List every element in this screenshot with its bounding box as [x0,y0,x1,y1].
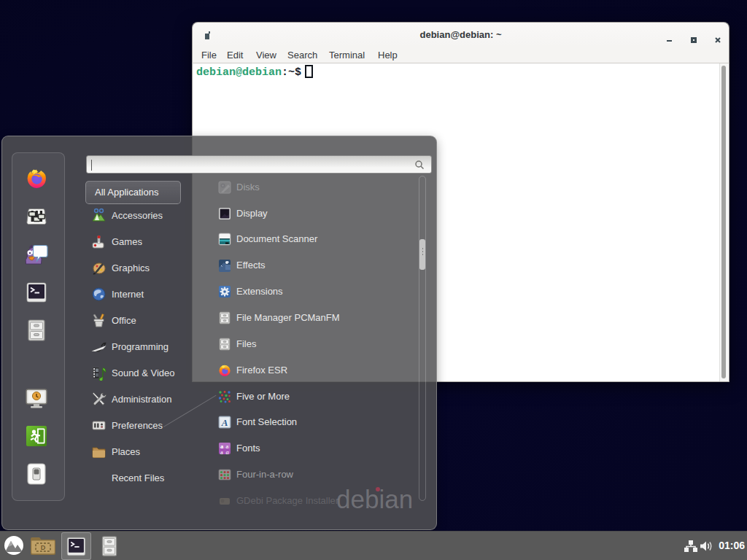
svg-text:A: A [221,417,228,428]
svg-text:D: D [41,544,46,551]
svg-text:a: a [225,448,228,456]
svg-text:a: a [220,448,223,456]
